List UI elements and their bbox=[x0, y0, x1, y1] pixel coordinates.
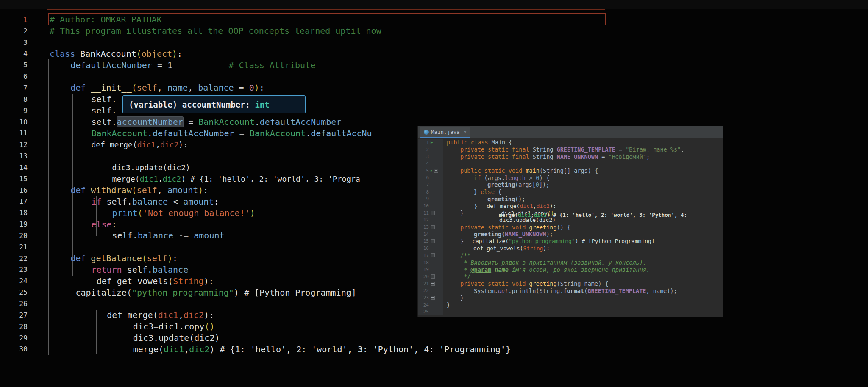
close-tab-icon[interactable]: × bbox=[464, 129, 467, 135]
java-code-line[interactable]: 5▶public static void main(String[] args)… bbox=[418, 167, 723, 174]
python-code-line[interactable]: 30merge(dic1,dic2) # {1: 'hello', 2: 'wo… bbox=[0, 343, 678, 355]
tab-main-java[interactable]: C Main.java × bbox=[420, 127, 470, 138]
run-icon[interactable]: ▶ bbox=[431, 169, 433, 173]
fold-icon[interactable] bbox=[434, 169, 438, 173]
python-code-line[interactable]: 3 bbox=[0, 37, 678, 48]
java-code-line[interactable]: 8} else { bbox=[418, 188, 723, 196]
java-code-line[interactable]: 9greeting(); bbox=[418, 196, 723, 203]
line-number: 11 bbox=[0, 129, 28, 137]
code-token: # Class Attribute bbox=[228, 60, 315, 70]
java-code-line[interactable]: 1▶public class Main { bbox=[418, 139, 723, 146]
run-icon[interactable]: ▶ bbox=[431, 141, 433, 144]
java-code-line[interactable]: 23} bbox=[418, 294, 723, 301]
java-code-line[interactable]: 20 */ bbox=[418, 273, 723, 280]
line-number: 14 bbox=[418, 231, 429, 238]
code-token bbox=[491, 266, 495, 273]
java-code-line[interactable]: 19 * @param name ім'я особи, до якої зве… bbox=[418, 266, 723, 273]
fold-icon[interactable] bbox=[431, 282, 435, 286]
fold-icon[interactable] bbox=[431, 239, 435, 243]
java-code-line[interactable]: 7greeting(args[0]); bbox=[418, 181, 723, 188]
java-code-line[interactable]: 24} bbox=[418, 301, 723, 309]
fold-icon[interactable] bbox=[431, 225, 435, 229]
python-code-line[interactable]: 28dic3=dic1.copy() bbox=[0, 321, 678, 332]
code-text: merge(dic1,dic2) # {1: 'hello', 2: 'worl… bbox=[28, 344, 511, 354]
ghost-python-text: def get_vowels(String): bbox=[473, 245, 550, 252]
java-code-line[interactable]: 21private static void greeting(String na… bbox=[418, 280, 723, 287]
code-token: BankAccount bbox=[198, 117, 254, 127]
java-code-line[interactable]: 16def get_vowels(String): bbox=[418, 245, 723, 252]
code-token: .println(String. bbox=[508, 287, 563, 294]
code-token: = bbox=[234, 83, 249, 93]
python-code-line[interactable]: 7def __init__(self, name, balance = 0): bbox=[0, 82, 678, 94]
python-code-line[interactable]: 9self. bbox=[0, 105, 678, 116]
code-text: * @param name ім'я особи, до якої зверне… bbox=[443, 266, 650, 273]
code-token: . bbox=[133, 230, 138, 240]
line-number: 21 bbox=[418, 280, 429, 287]
java-editor-window[interactable]: C Main.java × 1▶public class Main {2priv… bbox=[418, 126, 723, 317]
java-code-line[interactable]: 22System.out.println(String.format(GREET… bbox=[418, 287, 723, 294]
python-code-line[interactable]: 4class BankAccount(object): bbox=[0, 48, 678, 60]
line-number: 25 bbox=[418, 309, 429, 316]
java-code-line[interactable]: 3private static final String NAME_UNKNOW… bbox=[418, 153, 723, 160]
code-token: } bbox=[460, 210, 464, 216]
code-token: : bbox=[214, 196, 219, 207]
java-code-line[interactable]: 2private static final String GREETING_TE… bbox=[418, 146, 723, 153]
java-editor-code[interactable]: 1▶public class Main {2private static fin… bbox=[418, 139, 723, 315]
line-number: 22 bbox=[0, 254, 28, 263]
code-token: ) bbox=[250, 208, 255, 218]
code-text: } bbox=[443, 294, 464, 301]
line-number: 17 bbox=[418, 252, 429, 259]
code-token: BankAccount bbox=[91, 128, 147, 138]
java-code-line[interactable]: 6if (args.length > 0) { bbox=[418, 174, 723, 181]
java-code-line[interactable]: 25 bbox=[418, 309, 723, 316]
java-code-line[interactable]: 13private static void greeting() { bbox=[418, 224, 723, 231]
fold-icon[interactable] bbox=[431, 253, 435, 257]
code-token: __init__ bbox=[91, 83, 131, 93]
code-token: # This program illustrates all the OOP c… bbox=[50, 26, 381, 36]
java-code-line[interactable]: 17/** bbox=[418, 252, 723, 259]
line-number: 16 bbox=[418, 245, 429, 252]
gutter-markers bbox=[429, 174, 443, 181]
code-token: , bbox=[533, 203, 537, 209]
java-code-line[interactable]: 10}def merge(dic1,dic2): bbox=[418, 202, 723, 210]
python-code-line[interactable]: 6 bbox=[0, 71, 678, 82]
code-text: print('Not enough balance!') bbox=[28, 208, 255, 218]
fold-icon[interactable] bbox=[431, 274, 435, 279]
python-code-line[interactable]: 8self. bbox=[0, 94, 678, 105]
java-code-line[interactable]: 4 bbox=[418, 160, 723, 167]
code-text: dic3.update(dic2) bbox=[28, 333, 220, 343]
code-token bbox=[172, 60, 228, 70]
code-token: defaultAccNumber bbox=[153, 128, 234, 138]
code-token: greeting bbox=[529, 224, 557, 231]
line-number: 7 bbox=[418, 181, 429, 188]
code-token: ( bbox=[132, 185, 137, 195]
java-code-line[interactable]: 15}capitalize("python programming") # [P… bbox=[418, 238, 723, 245]
code-token: dic3.update(dic2) bbox=[112, 163, 190, 172]
python-code-line[interactable]: 2# This program illustrates all the OOP … bbox=[0, 25, 678, 37]
line-number: 23 bbox=[418, 294, 429, 301]
code-token: /** bbox=[460, 252, 470, 259]
line-number: 10 bbox=[418, 202, 429, 210]
code-token bbox=[122, 265, 127, 275]
code-token: ( bbox=[501, 231, 505, 238]
code-token: NAME_UNKNOWN bbox=[557, 153, 598, 160]
fold-icon[interactable] bbox=[431, 211, 435, 215]
python-code-line[interactable]: 29dic3.update(dic2) bbox=[0, 332, 678, 344]
line-number: 5 bbox=[418, 167, 429, 174]
code-token: = bbox=[615, 146, 626, 153]
code-token: ]); bbox=[539, 181, 549, 188]
code-token: . bbox=[127, 196, 132, 207]
code-text: BankAccount.defaultAccNumber = BankAccou… bbox=[28, 128, 372, 138]
code-token: String bbox=[173, 276, 203, 286]
code-token: } bbox=[474, 188, 481, 195]
java-code-line[interactable]: 18 * Виводить рядок з привітанням (зазви… bbox=[418, 259, 723, 266]
python-code-line[interactable]: 5defaultAccNumber = 1 # Class Attribute bbox=[0, 59, 678, 71]
code-token: greeting bbox=[487, 196, 515, 202]
code-token: else bbox=[481, 188, 495, 195]
code-text: dic3=dic1.copy() bbox=[28, 321, 214, 332]
code-token: @param bbox=[470, 266, 491, 273]
fold-icon[interactable] bbox=[431, 296, 435, 300]
code-token: private static final bbox=[460, 153, 533, 160]
java-code-line[interactable]: 14greeting(NAME_UNKNOWN); bbox=[418, 231, 723, 238]
code-token: ) bbox=[234, 287, 244, 298]
